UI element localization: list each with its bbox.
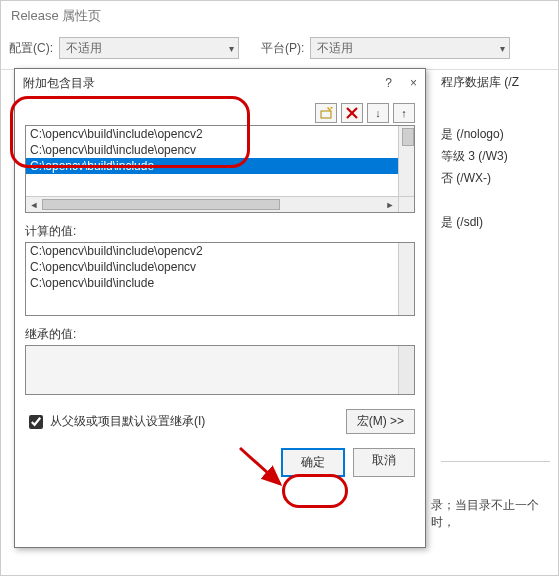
platform-combo[interactable]: 不适用 ▾: [310, 37, 510, 59]
config-combo[interactable]: 不适用 ▾: [59, 37, 239, 59]
dialog-title: 附加包含目录: [23, 75, 95, 92]
delete-entry-button[interactable]: [341, 103, 363, 123]
calculated-values-box: C:\opencv\build\include\opencv2 C:\openc…: [25, 242, 415, 316]
prop-row: 是 (/sdl): [441, 211, 559, 233]
move-up-button[interactable]: ↑: [393, 103, 415, 123]
platform-value: 不适用: [317, 40, 353, 57]
svg-point-1: [331, 107, 333, 109]
divider: [441, 461, 550, 462]
calc-item: C:\opencv\build\include\opencv2: [26, 243, 398, 259]
property-rows: 程序数据库 (/Z 是 (/nologo) 等级 3 (/W3) 否 (/WX-…: [441, 71, 559, 233]
svg-rect-0: [321, 111, 331, 118]
horizontal-scrollbar[interactable]: ◄ ►: [26, 196, 398, 212]
ok-button[interactable]: 确定: [281, 448, 345, 477]
move-down-button[interactable]: ↓: [367, 103, 389, 123]
chevron-down-icon: ▾: [229, 43, 234, 54]
inherit-checkbox-label: 从父级或项目默认设置继承(I): [50, 413, 205, 430]
add-entry-button[interactable]: [315, 103, 337, 123]
prop-row: 否 (/WX-): [441, 167, 559, 189]
cancel-button[interactable]: 取消: [353, 448, 415, 477]
scroll-right-icon[interactable]: ►: [382, 197, 398, 212]
prop-row: 是 (/nologo): [441, 123, 559, 145]
config-toolbar: 配置(C): 不适用 ▾ 平台(P): 不适用 ▾: [1, 31, 558, 70]
include-dirs-dialog: 附加包含目录 ? × ↓ ↑ C:\opencv\build\include\o…: [14, 68, 426, 548]
scroll-thumb[interactable]: [42, 199, 280, 210]
list-item[interactable]: C:\opencv\build\include\opencv: [26, 142, 398, 158]
inherited-label: 继承的值:: [25, 326, 415, 343]
scroll-left-icon[interactable]: ◄: [26, 197, 42, 212]
platform-label: 平台(P):: [261, 40, 304, 57]
calc-item: C:\opencv\build\include: [26, 275, 398, 291]
config-value: 不适用: [66, 40, 102, 57]
footer-desc: 录；当目录不止一个时，: [431, 497, 558, 531]
list-item[interactable]: C:\opencv\build\include\opencv2: [26, 126, 398, 142]
help-icon[interactable]: ?: [385, 76, 392, 90]
vertical-scrollbar[interactable]: [398, 346, 414, 394]
inherit-checkbox-input[interactable]: [29, 415, 43, 429]
scroll-corner: [398, 196, 414, 212]
prop-row: 程序数据库 (/Z: [441, 71, 559, 93]
inherited-values-box: [25, 345, 415, 395]
prop-row: 等级 3 (/W3): [441, 145, 559, 167]
close-icon[interactable]: ×: [410, 76, 417, 90]
chevron-down-icon: ▾: [500, 43, 505, 54]
vertical-scrollbar[interactable]: [398, 126, 414, 196]
inherit-checkbox[interactable]: 从父级或项目默认设置继承(I): [25, 412, 205, 432]
vertical-scrollbar[interactable]: [398, 243, 414, 315]
window-title: Release 属性页: [1, 1, 558, 31]
calculated-label: 计算的值:: [25, 223, 415, 240]
dialog-titlebar: 附加包含目录 ? ×: [15, 69, 425, 97]
macros-button[interactable]: 宏(M) >>: [346, 409, 415, 434]
list-item[interactable]: C:\opencv\build\include: [26, 158, 398, 174]
include-dir-listbox[interactable]: C:\opencv\build\include\opencv2 C:\openc…: [25, 125, 415, 213]
calc-item: C:\opencv\build\include\opencv: [26, 259, 398, 275]
config-label: 配置(C):: [9, 40, 53, 57]
list-toolbar: ↓ ↑: [25, 103, 415, 123]
